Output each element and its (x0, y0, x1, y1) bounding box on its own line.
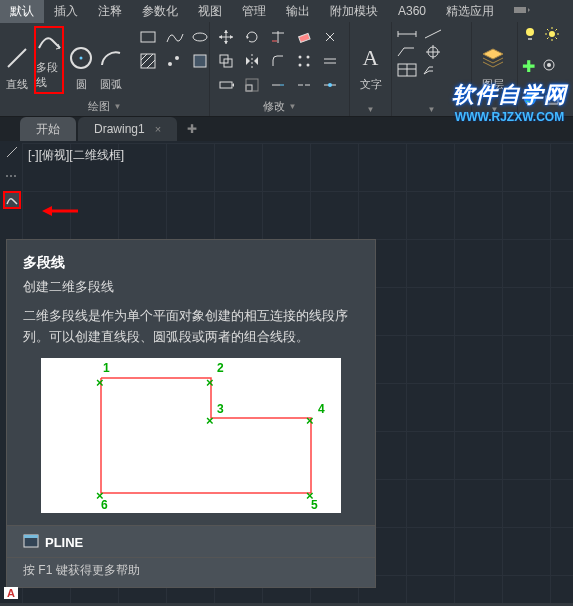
linear-dim-icon[interactable] (396, 26, 418, 42)
line-label: 直线 (6, 77, 28, 92)
menu-bar: 默认 插入 注释 参数化 视图 管理 输出 附加模块 A360 精选应用 (0, 0, 573, 22)
panel-text: A 文字 ▼ (350, 22, 392, 116)
menu-tab-parametric[interactable]: 参数化 (132, 0, 188, 23)
tab-drawing1[interactable]: Drawing1× (78, 117, 177, 141)
svg-point-3 (80, 57, 83, 60)
ellipse-icon[interactable] (188, 26, 212, 48)
close-icon[interactable]: × (155, 123, 161, 135)
tooltip-polyline: 多段线 创建二维多段线 二维多段线是作为单个平面对象创建的相互连接的线段序列。可… (6, 239, 376, 588)
tooltip-help: 按 F1 键获得更多帮助 (7, 557, 375, 587)
menu-overflow[interactable] (504, 1, 540, 21)
tooltip-command: PLINE (7, 525, 375, 557)
panel-modify-title[interactable]: 修改▼ (214, 97, 345, 116)
nav-construction-icon[interactable] (3, 167, 21, 185)
mirror-icon[interactable] (240, 50, 264, 72)
hatch-icon[interactable] (136, 50, 160, 72)
earth-icon[interactable] (522, 91, 538, 107)
move-icon[interactable] (214, 26, 238, 48)
tooltip-title: 多段线 (23, 254, 359, 272)
explode-icon[interactable] (318, 26, 342, 48)
svg-rect-0 (514, 7, 526, 13)
text-icon: A (358, 45, 384, 71)
menu-tab-featured[interactable]: 精选应用 (436, 0, 504, 23)
svg-point-15 (299, 64, 302, 67)
panel-modify: 修改▼ (210, 22, 350, 116)
arc-label: 圆弧 (100, 77, 122, 92)
region-icon[interactable] (188, 50, 212, 72)
layers-button[interactable]: 图层 (476, 26, 510, 94)
drawing-canvas[interactable]: [-][俯视][二维线框] 多段线 创建二维多段线 二维多段线是作为单个平面对象… (0, 141, 573, 603)
chevron-down-icon: ▼ (114, 102, 122, 111)
camera-icon[interactable] (544, 91, 560, 107)
menu-tab-annotate[interactable]: 注释 (88, 0, 132, 23)
chevron-down-icon: ▼ (289, 102, 297, 111)
point-icon[interactable] (162, 50, 186, 72)
arc-button[interactable]: 圆弧 (98, 26, 124, 94)
fillet-icon[interactable] (266, 50, 290, 72)
extend-icon[interactable] (266, 74, 290, 96)
svg-point-24 (549, 31, 555, 37)
light-icon[interactable] (522, 26, 538, 42)
svg-point-7 (168, 62, 172, 66)
chevron-down-icon[interactable]: ▼ (354, 103, 387, 116)
tab-start[interactable]: 开始 (20, 117, 76, 141)
break-icon[interactable] (292, 74, 316, 96)
panel-dimension: ▼ (392, 22, 472, 116)
stretch-icon[interactable] (214, 74, 238, 96)
text-button[interactable]: A 文字 (354, 26, 387, 94)
text-label: 文字 (360, 77, 382, 92)
scale-icon[interactable] (240, 74, 264, 96)
svg-rect-18 (246, 85, 252, 91)
line-button[interactable]: 直线 (4, 26, 30, 94)
join-icon[interactable] (318, 74, 342, 96)
menu-tab-view[interactable]: 视图 (188, 0, 232, 23)
panel-draw-title[interactable]: 绘图▼ (4, 97, 205, 116)
polyline-button[interactable]: 多段线 (34, 26, 64, 94)
svg-rect-33 (24, 535, 38, 538)
chevron-down-icon[interactable]: ▼ (476, 103, 513, 116)
text-indicator-icon: A (4, 587, 18, 599)
draw-small-tools (136, 26, 212, 72)
circle-button[interactable]: 圆 (68, 26, 94, 94)
svg-point-29 (550, 98, 554, 102)
viewport-label[interactable]: [-][俯视][二维线框] (28, 147, 124, 164)
chevron-down-icon[interactable]: ▼ (396, 103, 467, 116)
svg-point-23 (526, 28, 534, 36)
polyline-label: 多段线 (36, 60, 62, 90)
menu-tab-output[interactable]: 输出 (276, 0, 320, 23)
mleader-icon[interactable] (422, 62, 444, 78)
erase-icon[interactable] (292, 26, 316, 48)
plus-icon[interactable]: ✚ (522, 57, 535, 76)
polyline-icon (36, 28, 62, 54)
arc-icon (98, 45, 124, 71)
rectangle-icon[interactable] (136, 26, 160, 48)
table-icon[interactable] (396, 62, 418, 78)
copy-icon[interactable] (214, 50, 238, 72)
aligned-dim-icon[interactable] (422, 26, 444, 42)
offset-icon[interactable] (318, 50, 342, 72)
menu-tab-insert[interactable]: 插入 (44, 0, 88, 23)
nav-tool-column (2, 143, 22, 209)
panel-layers: 图层 ▼ (472, 22, 518, 116)
centermark-icon[interactable] (422, 44, 444, 60)
settings-icon[interactable] (541, 57, 557, 73)
menu-tab-manage[interactable]: 管理 (232, 0, 276, 23)
document-tabs: 开始 Drawing1× ✚ (0, 117, 573, 141)
menu-tab-default[interactable]: 默认 (0, 0, 44, 23)
spline-icon[interactable] (162, 26, 186, 48)
nav-polyline-icon[interactable] (3, 191, 21, 209)
svg-point-26 (547, 63, 551, 67)
rotate-icon[interactable] (240, 26, 264, 48)
svg-line-30 (7, 147, 17, 157)
leader-icon[interactable] (396, 44, 418, 60)
trim-icon[interactable] (266, 26, 290, 48)
tab-add[interactable]: ✚ (179, 117, 205, 141)
svg-point-20 (328, 83, 332, 87)
sun-icon[interactable] (544, 26, 560, 42)
nav-line-icon[interactable] (3, 143, 21, 161)
array-icon[interactable] (292, 50, 316, 72)
menu-tab-a360[interactable]: A360 (388, 1, 436, 21)
tooltip-subtitle: 创建二维多段线 (23, 278, 359, 296)
status-indicator: A (4, 587, 18, 599)
menu-tab-addins[interactable]: 附加模块 (320, 0, 388, 23)
